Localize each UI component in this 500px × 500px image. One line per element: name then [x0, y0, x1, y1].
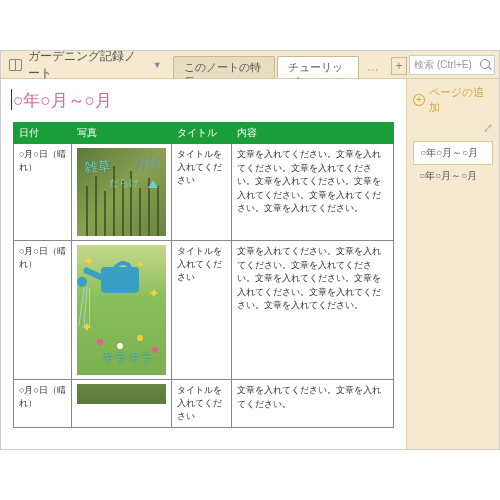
search-input[interactable]: 検索 (Ctrl+E) [409, 55, 495, 75]
photo-cell[interactable]: ✦ ✦ ✦ ✦ キラキラ [72, 241, 172, 380]
tabs-overflow-icon[interactable]: … [361, 60, 385, 74]
date-cell[interactable]: ○月○日（晴れ） [14, 380, 72, 428]
chevron-down-icon[interactable]: ▼ [153, 60, 162, 70]
page-list-item[interactable]: ○年○月～○月 [413, 165, 493, 187]
table-row: ○月○日（晴れ） タイトルを入れてください 文章を入れてください。文章を入れてく… [14, 380, 394, 428]
ink-scribble [136, 154, 160, 178]
table-row: ○月○日（晴れ） ✦ ✦ ✦ ✦ キラキラ [14, 241, 394, 380]
top-toolbar: ガーデニング記録ノート ▼ このノートの特長 チューリップ … + 検索 (Ct… [1, 51, 499, 79]
plus-circle-icon: + [413, 94, 425, 106]
col-header-title[interactable]: タイトル [172, 123, 232, 144]
search-placeholder: 検索 (Ctrl+E) [414, 59, 472, 70]
ink-annotation: だらけ [109, 176, 139, 190]
col-header-date[interactable]: 日付 [14, 123, 72, 144]
date-cell[interactable]: ○月○日（晴れ） [14, 144, 72, 241]
page-sidebar: + ページの追加 ⤢ ○年○月～○月 ○年○月～○月 [407, 79, 499, 449]
notebook-icon [9, 59, 22, 71]
content-cell[interactable]: 文章を入れてください。文章を入れてください。 [232, 380, 394, 428]
photo-cell[interactable]: 雑草 だらけ [72, 144, 172, 241]
add-page-button[interactable]: + ページの追加 [413, 85, 493, 115]
tab-features[interactable]: このノートの特長 [173, 56, 275, 78]
title-cell[interactable]: タイトルを入れてください [172, 380, 232, 428]
page-title[interactable]: ○年○月～○月 [13, 89, 394, 112]
col-header-content[interactable]: 内容 [232, 123, 394, 144]
ink-sparkle: ✦ [81, 319, 93, 335]
new-tab-button[interactable]: + [391, 57, 408, 75]
tab-tulip[interactable]: チューリップ [277, 56, 359, 78]
ink-annotation: 雑草 [84, 157, 111, 177]
col-header-photo[interactable]: 写真 [72, 123, 172, 144]
pin-icon[interactable]: ⤢ [413, 121, 493, 135]
page-list-item[interactable]: ○年○月～○月 [413, 141, 493, 165]
page-canvas[interactable]: ○年○月～○月 日付 写真 タイトル 内容 ○月○日（晴れ） [1, 79, 407, 449]
ink-sparkle: ✦ [148, 285, 160, 301]
notebook-title[interactable]: ガーデニング記録ノート [28, 48, 148, 82]
text-cursor [11, 89, 12, 110]
content-cell[interactable]: 文章を入れてください。文章を入れてください。文章を入れてください。文章を入れてく… [232, 241, 394, 380]
title-cell[interactable]: タイトルを入れてください [172, 241, 232, 380]
photo-cell[interactable] [72, 380, 172, 428]
photo-partial [77, 384, 166, 404]
photo-weeds: 雑草 だらけ [77, 148, 166, 236]
title-cell[interactable]: タイトルを入れてください [172, 144, 232, 241]
gardening-log-table: 日付 写真 タイトル 内容 ○月○日（晴れ） 雑草 だらけ [13, 122, 394, 428]
ink-annotation: キラキラ [101, 349, 153, 367]
date-cell[interactable]: ○月○日（晴れ） [14, 241, 72, 380]
ink-triangle [148, 180, 158, 188]
ink-sparkle: ✦ [136, 259, 144, 270]
photo-watering: ✦ ✦ ✦ ✦ キラキラ [77, 245, 166, 375]
table-row: ○月○日（晴れ） 雑草 だらけ タイトルを入れてください 文章を入れてくだ [14, 144, 394, 241]
search-icon [480, 59, 490, 69]
ink-sparkle: ✦ [83, 253, 95, 269]
content-cell[interactable]: 文章を入れてください。文章を入れてください。文章を入れてください。文章を入れてく… [232, 144, 394, 241]
